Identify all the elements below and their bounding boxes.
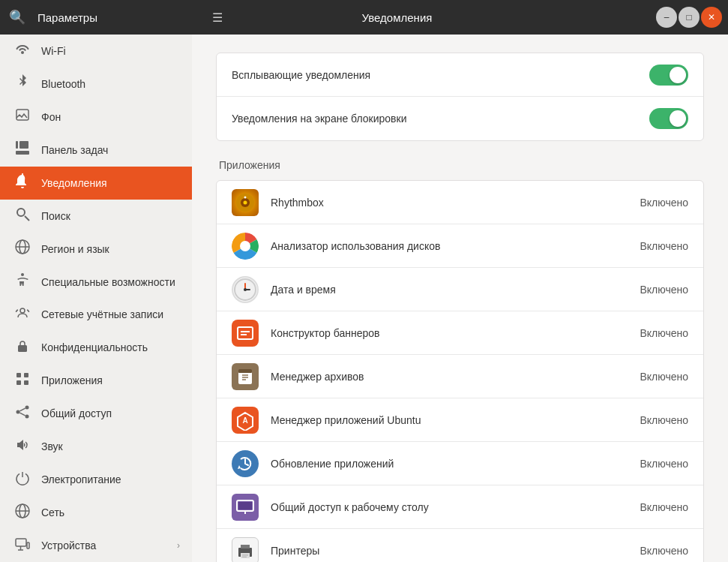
svg-line-19 xyxy=(19,408,25,411)
sidebar-devices-label: Устройства xyxy=(41,539,96,551)
sidebar-item-region[interactable]: Регион и язык xyxy=(0,233,192,266)
app-row-disk-analyzer[interactable]: Анализатор использования дисков Включено xyxy=(217,224,703,268)
svg-line-20 xyxy=(19,413,25,416)
sidebar-bluetooth-label: Bluetooth xyxy=(41,78,85,90)
sharing-icon xyxy=(14,404,31,423)
chevron-right-icon: › xyxy=(177,540,180,551)
popup-notifications-row: Всплывающие уведомления xyxy=(217,53,703,97)
apps-list: Rhythmbox Включено Анализатор использова… xyxy=(216,180,704,562)
background-icon xyxy=(14,107,31,126)
svg-rect-51 xyxy=(241,545,250,548)
app-row-archive[interactable]: Менеджер архивов Включено xyxy=(217,355,703,398)
lockscreen-notifications-row: Уведомления на экране блокировки xyxy=(217,97,703,140)
svg-point-16 xyxy=(25,405,29,409)
sidebar-item-sharing[interactable]: Общий доступ xyxy=(0,397,192,430)
remote-desktop-icon xyxy=(232,494,259,521)
archive-name: Менеджер архивов xyxy=(271,371,628,383)
banner-builder-status: Включено xyxy=(640,327,688,339)
menu-button[interactable]: ☰ xyxy=(200,0,235,35)
remote-desktop-name: Общий доступ к рабочему столу xyxy=(271,501,628,513)
close-icon: ✕ xyxy=(708,12,715,23)
sidebar-item-taskbar[interactable]: Панель задач xyxy=(0,134,192,167)
svg-rect-2 xyxy=(16,141,18,149)
sidebar-item-devices[interactable]: Устройства › xyxy=(0,529,192,562)
accounts-icon xyxy=(14,305,31,324)
power-icon xyxy=(14,470,31,489)
software-center-icon: A xyxy=(232,407,259,434)
notifications-icon xyxy=(14,173,31,192)
sidebar-item-wifi[interactable]: Wi-Fi xyxy=(0,35,192,68)
svg-rect-14 xyxy=(16,380,21,385)
svg-rect-15 xyxy=(24,380,28,385)
app-row-updater[interactable]: Обновление приложений Включено xyxy=(217,442,703,485)
sidebar-power-label: Электропитание xyxy=(41,473,121,485)
svg-text:A: A xyxy=(242,416,247,425)
lockscreen-notifications-toggle[interactable] xyxy=(649,108,688,129)
toggle-section: Всплывающие уведомления Уведомления на э… xyxy=(216,53,704,141)
close-button[interactable]: ✕ xyxy=(701,7,722,28)
svg-point-18 xyxy=(25,414,29,418)
sidebar-item-background[interactable]: Фон xyxy=(0,101,192,134)
updater-name: Обновление приложений xyxy=(271,458,628,470)
svg-rect-1 xyxy=(16,151,29,155)
sidebar-taskbar-label: Панель задач xyxy=(41,144,108,156)
sidebar-item-bluetooth[interactable]: Bluetooth xyxy=(0,68,192,101)
maximize-button[interactable]: □ xyxy=(679,7,700,28)
app-row-banner-builder[interactable]: Конструктор баннеров Включено xyxy=(217,311,703,355)
privacy-icon xyxy=(14,338,31,357)
content-area: Всплывающие уведомления Уведомления на э… xyxy=(192,35,728,562)
sidebar-item-privacy[interactable]: Конфиденциальность xyxy=(0,331,192,364)
svg-rect-47 xyxy=(238,502,252,509)
window-controls: – □ ✕ xyxy=(559,7,728,28)
app-row-software-center[interactable]: A Менеджер приложений Ubuntu Включено xyxy=(217,398,703,442)
sidebar-item-apps[interactable]: Приложения xyxy=(0,364,192,397)
banner-builder-name: Конструктор баннеров xyxy=(271,327,628,339)
app-row-remote-desktop[interactable]: Общий доступ к рабочему столу Включено xyxy=(217,485,703,529)
menu-icon: ☰ xyxy=(212,11,223,25)
sidebar-region-label: Регион и язык xyxy=(41,243,109,255)
sidebar-privacy-label: Конфиденциальность xyxy=(41,341,148,353)
svg-point-31 xyxy=(240,241,250,251)
software-center-name: Менеджер приложений Ubuntu xyxy=(271,414,628,426)
rhythmbox-name: Rhythmbox xyxy=(271,197,628,209)
svg-point-29 xyxy=(244,196,247,198)
apps-section-title: Приложения xyxy=(216,159,704,171)
sidebar-sharing-label: Общий доступ xyxy=(41,407,112,419)
popup-notifications-toggle[interactable] xyxy=(649,65,688,86)
sidebar-item-search[interactable]: Поиск xyxy=(0,200,192,233)
devices-icon xyxy=(14,536,31,555)
banner-builder-icon xyxy=(232,320,259,347)
sidebar-item-notifications[interactable]: Уведомления xyxy=(0,167,192,200)
sidebar-item-accounts[interactable]: Сетевые учётные записи xyxy=(0,299,192,332)
app-row-rhythmbox[interactable]: Rhythmbox Включено xyxy=(217,181,703,224)
archive-status: Включено xyxy=(640,371,688,383)
popup-notifications-label: Всплывающие уведомления xyxy=(232,69,370,81)
taskbar-icon xyxy=(14,140,31,159)
updater-icon xyxy=(232,450,259,477)
svg-rect-12 xyxy=(16,373,21,377)
disk-analyzer-name: Анализатор использования дисков xyxy=(271,240,628,252)
wifi-icon xyxy=(14,41,31,60)
app-row-printers[interactable]: Принтеры Включено xyxy=(217,529,703,562)
rhythmbox-icon xyxy=(232,189,259,216)
network-icon xyxy=(14,503,31,522)
main-layout: Wi-Fi Bluetooth Фон Панель задач xyxy=(0,35,728,562)
sound-icon xyxy=(14,437,31,456)
datetime-status: Включено xyxy=(640,284,688,296)
minimize-button[interactable]: – xyxy=(656,7,677,28)
svg-rect-25 xyxy=(27,542,29,548)
sidebar-item-accessibility[interactable]: Специальные возможности xyxy=(0,266,192,299)
svg-rect-40 xyxy=(238,369,252,373)
app-row-datetime[interactable]: Дата и время Включено xyxy=(217,268,703,311)
sidebar-item-power[interactable]: Электропитание xyxy=(0,463,192,496)
svg-point-28 xyxy=(244,200,247,204)
rhythmbox-status: Включено xyxy=(640,197,688,209)
archive-icon xyxy=(232,363,259,390)
svg-point-35 xyxy=(244,288,247,291)
sidebar-network-label: Сеть xyxy=(41,506,64,518)
search-button[interactable]: 🔍 xyxy=(0,0,34,35)
sidebar-item-network[interactable]: Сеть xyxy=(0,496,192,529)
minimize-icon: – xyxy=(664,12,670,23)
sidebar-item-sound[interactable]: Звук xyxy=(0,430,192,463)
svg-rect-11 xyxy=(18,345,27,352)
